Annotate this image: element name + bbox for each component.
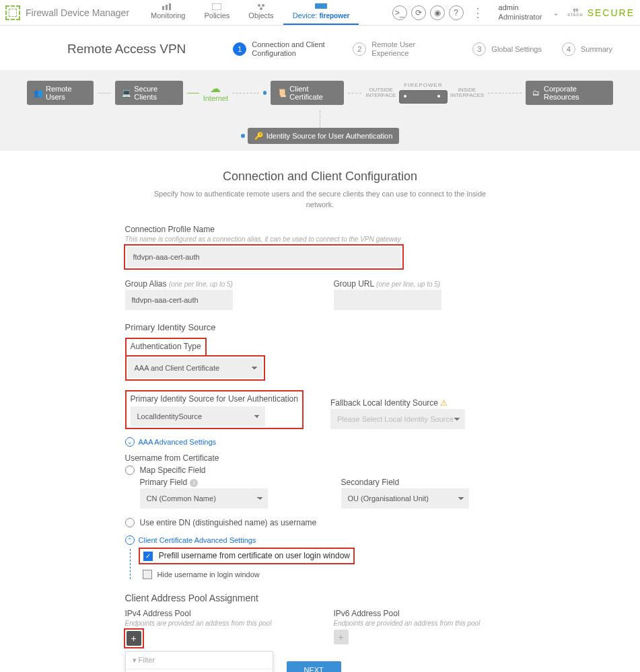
info-icon[interactable]: i	[190, 479, 198, 487]
outside-interface-label: OUTSIDE INTERFACE	[365, 87, 396, 98]
status-icon[interactable]: ◉	[430, 5, 445, 20]
fallback-source-label: Fallback Local Identity Source	[330, 398, 438, 408]
policies-icon	[211, 3, 223, 10]
nav-objects-label: Objects	[248, 11, 273, 20]
nav-device-name: firepower	[319, 12, 349, 20]
prefill-username-checkbox[interactable]: ✓	[143, 552, 153, 561]
topo-corporate: 🗂Corporate Resources	[526, 81, 613, 105]
svg-rect-1	[166, 5, 168, 10]
nav-device-label: Device:	[293, 11, 318, 20]
svg-point-4	[258, 4, 260, 7]
svg-rect-0	[162, 6, 164, 10]
group-url-input[interactable]	[334, 290, 441, 310]
wizard-header: Remote Access VPN 1Connection and Client…	[0, 26, 640, 70]
objects-icon	[255, 3, 267, 10]
next-button[interactable]: NEXT	[287, 661, 341, 672]
secure-logo: SECURE	[588, 7, 635, 18]
step-1[interactable]: 1Connection and Client Configuration	[233, 40, 332, 58]
address-pool-heading: Client Address Pool Assignment	[125, 593, 515, 603]
ipv4-pool-hint: Endpoints are provided an address from t…	[125, 620, 307, 627]
secondary-field-select[interactable]: OU (Organisational Unit)	[341, 488, 469, 509]
cli-icon[interactable]: >_	[392, 5, 407, 20]
network-option[interactable]: IPv4-Private-10.0.0.0-8Networki	[126, 669, 273, 672]
page-title: Remote Access VPN	[67, 42, 186, 57]
collapse-up-icon: ⌃	[125, 535, 135, 545]
radio-use-dn[interactable]: Use entire DN (distinguished name) as us…	[125, 518, 515, 527]
ipv6-pool-label: IPv6 Address Pool	[334, 609, 515, 618]
form-heading: Connection and Client Configuration	[65, 170, 576, 184]
ipv6-pool-hint: Endpoints are provided an address from t…	[334, 620, 515, 627]
user-name: admin	[499, 3, 542, 12]
cert-icon: 📜	[277, 89, 285, 97]
resources-icon: 🗂	[532, 89, 540, 97]
svg-point-6	[260, 7, 262, 10]
cloud-icon: ☁	[210, 83, 221, 94]
topology-diagram: 👥Remote Users 💻Secure Clients ☁Internet …	[0, 70, 640, 151]
more-icon[interactable]: ⋮	[468, 5, 488, 20]
header-actions: >_ ⟳ ◉ ? ⋮ admin Administrator ⌄ ·ı|ı·ı|…	[392, 3, 635, 21]
primary-id-source-label: Primary Identity Source for User Authent…	[131, 394, 298, 404]
aaa-advanced-toggle[interactable]: ⌄ AAA Advanced Settings	[125, 437, 515, 447]
radio-map-specific[interactable]: Map Specific Field	[125, 465, 515, 475]
form-description: Specify how to authenticate remote users…	[145, 189, 495, 210]
nav-monitoring[interactable]: Monitoring	[141, 1, 194, 25]
identity-icon: 🔑	[254, 132, 262, 140]
svg-rect-7	[315, 3, 327, 9]
deploy-icon[interactable]: ⟳	[411, 5, 426, 20]
prefill-username-label: Prefill username from certificate on use…	[159, 551, 350, 560]
topo-secure-clients: 💻Secure Clients	[115, 81, 182, 105]
add-ipv6-pool-button[interactable]: +	[334, 630, 349, 644]
topbar: Firewall Device Manager Monitoring Polic…	[0, 0, 640, 26]
primary-identity-heading: Primary Identity Source	[125, 322, 515, 332]
fallback-source-select[interactable]: Please Select Local Identity Source	[330, 409, 465, 429]
topo-internet: ☁Internet	[203, 83, 228, 102]
primary-id-source-select[interactable]: LocalIdentitySource	[131, 406, 265, 426]
profile-name-label: Connection Profile Name	[125, 225, 515, 234]
auth-type-select[interactable]: AAA and Client Certificate	[128, 358, 262, 378]
primary-field-select[interactable]: CN (Common Name)	[140, 488, 268, 509]
expand-down-icon: ⌄	[125, 437, 135, 447]
nav-device[interactable]: Device: firepower	[283, 1, 359, 25]
device-icon	[315, 3, 327, 10]
users-icon: 👥	[34, 89, 42, 97]
nav-monitoring-label: Monitoring	[151, 11, 185, 20]
hide-username-checkbox[interactable]	[143, 570, 152, 579]
main-form: Connection and Client Configuration Spec…	[65, 151, 576, 672]
step-4[interactable]: 4Summary	[562, 42, 612, 56]
topo-client-cert: 📜Client Certificate	[271, 81, 344, 105]
ipv4-pool-label: IPv4 Address Pool	[125, 609, 307, 618]
main-nav: Monitoring Policies Objects Device: fire…	[141, 1, 359, 25]
laptop-icon: 💻	[122, 89, 130, 97]
nav-objects[interactable]: Objects	[239, 1, 283, 25]
svg-rect-3	[212, 3, 221, 10]
cisco-logo: cisco	[567, 12, 583, 17]
cert-advanced-toggle[interactable]: ⌃ Client Certificate Advanced Settings	[125, 535, 515, 545]
auth-type-label: Authentication Type	[131, 342, 201, 351]
logo-icon	[5, 5, 20, 20]
profile-name-hint: This name is configured as a connection …	[125, 235, 515, 243]
firepower-device-icon	[399, 90, 448, 104]
group-url-label: Group URL	[334, 279, 374, 289]
help-icon[interactable]: ?	[449, 5, 464, 20]
nav-policies[interactable]: Policies	[194, 1, 239, 25]
user-menu[interactable]: admin Administrator	[499, 3, 542, 21]
topo-remote-users: 👥Remote Users	[27, 81, 94, 105]
chevron-down-icon[interactable]: ⌄	[553, 8, 559, 17]
filter-input[interactable]: ▾ Filter	[126, 652, 273, 669]
network-picker-popup: ▾ Filter IPv4-Private-10.0.0.0-8Networki…	[125, 651, 273, 672]
app-title: Firewall Device Manager	[26, 7, 129, 18]
step-2[interactable]: 2Remote User Experience	[353, 40, 452, 58]
warning-icon: ⚠	[440, 398, 448, 408]
monitoring-icon	[162, 3, 174, 10]
group-alias-label: Group Alias	[125, 279, 167, 289]
topo-firepower: FIREPOWER	[399, 82, 448, 104]
primary-field-label: Primary Field	[140, 478, 188, 487]
hide-username-label: Hide username in login window	[157, 570, 260, 578]
user-role: Administrator	[499, 13, 542, 22]
add-ipv4-pool-button[interactable]: +	[127, 631, 141, 646]
step-3[interactable]: 3Global Settings	[472, 42, 542, 56]
svg-point-5	[262, 4, 264, 7]
profile-name-input[interactable]	[127, 247, 401, 267]
brand: ·ı|ı·ı|ı· cisco SECURE	[567, 7, 635, 18]
group-alias-input[interactable]	[125, 290, 233, 310]
